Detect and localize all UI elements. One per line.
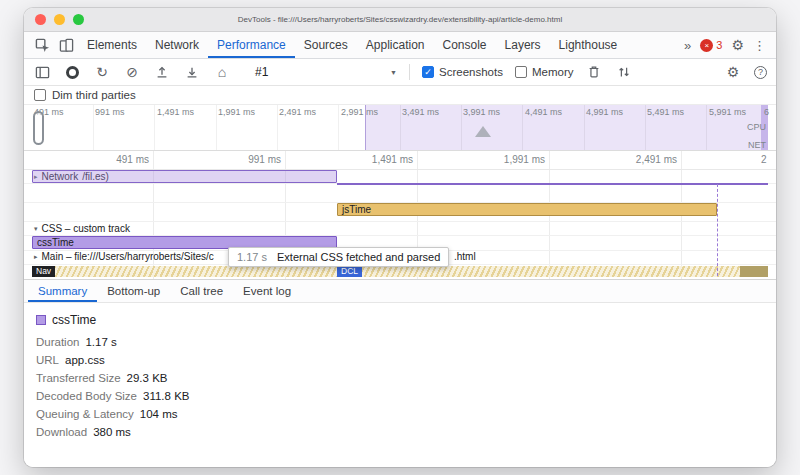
check-icon: ✓ xyxy=(424,67,432,77)
network-request-bar[interactable] xyxy=(32,170,337,183)
gridline-vertical xyxy=(522,105,523,150)
load-profile-icon[interactable] xyxy=(153,63,171,81)
js-time-bar[interactable]: jsTime xyxy=(337,203,717,216)
ruler-label: 2,491 ms xyxy=(593,154,677,165)
css-custom-track-header[interactable]: ▾ CSS – custom track xyxy=(34,223,130,234)
tab-call-tree[interactable]: Call tree xyxy=(170,280,233,302)
error-badge[interactable]: × 3 xyxy=(700,39,722,52)
ruler-label: 991 ms xyxy=(197,154,281,165)
overview-time-label: 2,491 ms xyxy=(279,107,316,117)
network-request-line xyxy=(337,183,768,185)
zoom-window-button[interactable] xyxy=(73,14,84,25)
ruler-label: 1,991 ms xyxy=(461,154,545,165)
more-options-icon[interactable]: ⋮ xyxy=(753,38,766,53)
tab-layers[interactable]: Layers xyxy=(496,32,550,58)
window-title: DevTools - file:///Users/harryroberts/Si… xyxy=(24,15,776,24)
help-icon[interactable]: ? xyxy=(754,66,767,79)
main-track-header[interactable]: ▸ Main – file:///Users/harryroberts/Site… xyxy=(34,251,214,262)
row-divider xyxy=(24,221,776,222)
recording-history-value: #1 xyxy=(255,65,268,79)
minimize-window-button[interactable] xyxy=(54,14,65,25)
close-window-button[interactable] xyxy=(35,14,46,25)
overview-time-label: 3,491 ms xyxy=(402,107,439,117)
gridline-vertical xyxy=(584,105,585,150)
recording-history-select[interactable]: #1 ▼ xyxy=(255,65,397,79)
cpu-activity-peak xyxy=(475,126,491,137)
marker-dashed-line xyxy=(717,184,718,276)
memory-toggle: Memory xyxy=(515,66,574,78)
inspect-element-icon[interactable] xyxy=(30,32,54,58)
summary-value: 1.17 s xyxy=(85,336,116,348)
capture-settings-gear-icon[interactable]: ⚙ xyxy=(724,63,742,81)
tab-application[interactable]: Application xyxy=(357,32,434,58)
chevron-down-icon: ▼ xyxy=(390,69,397,76)
summary-value: 311.8 KB xyxy=(143,390,189,402)
summary-row: Duration1.17 s xyxy=(36,336,776,348)
more-tabs-chevron-icon[interactable]: » xyxy=(684,38,691,53)
css-time-tooltip: 1.17 s External CSS fetched and parsed xyxy=(228,247,449,267)
summary-title: cssTime xyxy=(52,313,96,327)
save-profile-icon[interactable] xyxy=(183,63,201,81)
net-row-label: NET xyxy=(748,140,766,150)
overview-time-label: 3,991 ms xyxy=(463,107,500,117)
overview-time-label: 4,991 ms xyxy=(586,107,623,117)
overview-drag-handle[interactable] xyxy=(33,111,44,145)
reload-and-record-button[interactable]: ↻ xyxy=(93,63,111,81)
home-icon[interactable]: ⌂ xyxy=(213,63,231,81)
timeline-overview[interactable]: 491 ms 991 ms 1,491 ms 1,991 ms 2,491 ms… xyxy=(24,105,776,151)
summary-row: Download380 ms xyxy=(36,426,776,438)
tab-console[interactable]: Console xyxy=(434,32,496,58)
nav-marker[interactable]: Nav xyxy=(32,266,55,277)
devtools-window: DevTools - file:///Users/harryroberts/Si… xyxy=(24,8,776,467)
tab-summary[interactable]: Summary xyxy=(28,280,97,302)
tab-sources[interactable]: Sources xyxy=(295,32,357,58)
tooltip-text: External CSS fetched and parsed xyxy=(277,251,440,263)
device-toolbar-icon[interactable] xyxy=(54,32,78,58)
summary-row: URLapp.css xyxy=(36,354,776,366)
tab-lighthouse[interactable]: Lighthouse xyxy=(550,32,627,58)
screenshots-label[interactable]: Screenshots xyxy=(439,66,503,78)
toolbar-separator xyxy=(409,64,410,80)
summary-row: Transferred Size29.3 KB xyxy=(36,372,776,384)
up-down-arrows-icon[interactable] xyxy=(615,63,633,81)
traffic-lights xyxy=(24,14,84,25)
tooltip-duration: 1.17 s xyxy=(237,251,267,263)
overview-time-label: 2,991 ms xyxy=(341,107,378,117)
summary-label: Transferred Size xyxy=(36,372,121,384)
main-track-name: Main – file:///Users/harryroberts/Sites/… xyxy=(42,251,214,262)
tab-bottom-up[interactable]: Bottom-up xyxy=(97,280,170,302)
overview-time-label: 1,991 ms xyxy=(218,107,255,117)
record-button[interactable] xyxy=(63,63,81,81)
dim-third-parties-checkbox[interactable] xyxy=(34,89,46,101)
screenshots-checkbox[interactable]: ✓ xyxy=(422,66,434,78)
timings-dark-segment xyxy=(740,266,768,277)
memory-label[interactable]: Memory xyxy=(532,66,574,78)
tab-network[interactable]: Network xyxy=(146,32,208,58)
gridline-vertical xyxy=(706,105,707,150)
dcl-marker[interactable]: DCL xyxy=(337,266,362,277)
timeline-ruler[interactable]: 491 ms 991 ms 1,491 ms 1,991 ms 2,491 ms… xyxy=(24,151,776,170)
tab-elements[interactable]: Elements xyxy=(78,32,146,58)
tab-performance[interactable]: Performance xyxy=(208,32,295,58)
timeline-tracks: ▸ Network /fil.es) jsTime ▾ CSS – custom… xyxy=(24,170,776,279)
ruler-label: 1,491 ms xyxy=(329,154,413,165)
toggle-sidebar-icon[interactable] xyxy=(33,63,51,81)
gridline-vertical xyxy=(645,105,646,150)
overview-time-label: 4,491 ms xyxy=(525,107,562,117)
settings-gear-icon[interactable]: ⚙ xyxy=(731,37,744,53)
css-track-name: CSS – custom track xyxy=(42,223,130,234)
gridline-vertical xyxy=(461,105,462,150)
clear-recording-button[interactable]: ⊘ xyxy=(123,63,141,81)
collect-garbage-icon[interactable] xyxy=(585,63,603,81)
performance-toolbar: ↻ ⊘ ⌂ #1 ▼ ✓ Screenshots Memory ⚙ ? xyxy=(24,59,776,86)
dim-third-parties-row: Dim third parties xyxy=(24,86,776,105)
triangle-right-icon: ▸ xyxy=(34,253,38,261)
tab-event-log[interactable]: Event log xyxy=(233,280,301,302)
dim-third-parties-label[interactable]: Dim third parties xyxy=(52,89,136,101)
error-x-icon: × xyxy=(700,39,713,52)
gridline-vertical xyxy=(338,105,339,150)
summary-value: 380 ms xyxy=(93,426,131,438)
timeline-body: 491 ms 991 ms 1,491 ms 1,991 ms 2,491 ms… xyxy=(24,151,776,279)
memory-checkbox[interactable] xyxy=(515,66,527,78)
overview-time-label: 5,491 ms xyxy=(647,107,684,117)
